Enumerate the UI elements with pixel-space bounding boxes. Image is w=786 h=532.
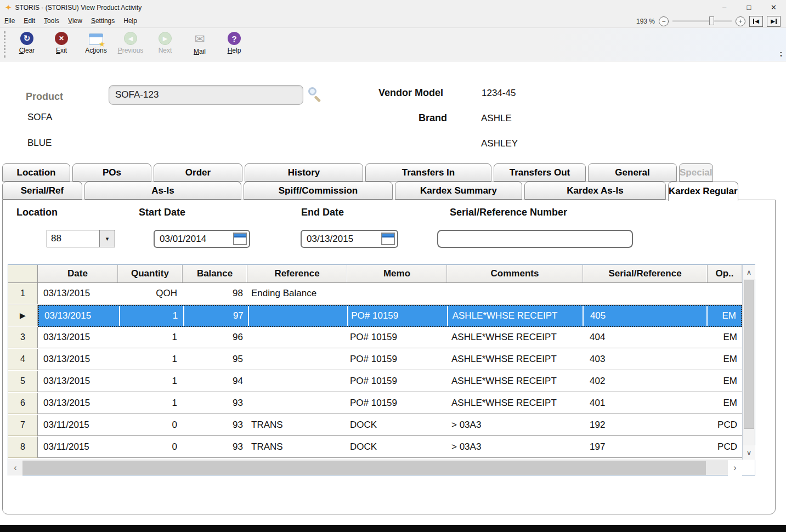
first-record-button[interactable]: ◀ bbox=[749, 16, 763, 27]
row-header-cell[interactable]: 6 bbox=[8, 393, 38, 414]
horizontal-scrollbar[interactable]: ‹ › bbox=[8, 460, 742, 475]
calendar-icon[interactable] bbox=[233, 233, 247, 245]
menu-settings[interactable]: Settings bbox=[87, 15, 119, 27]
table-row[interactable]: 03/13/2015 1 97 PO# 10159 ASHLE*WHSE REC… bbox=[38, 305, 742, 327]
tab-transfers-out[interactable]: Transfers Out bbox=[494, 163, 586, 182]
tab-order[interactable]: Order bbox=[154, 163, 242, 182]
product-description-1: SOFA bbox=[27, 112, 52, 123]
end-date-value: 03/13/2015 bbox=[307, 234, 381, 245]
toolbar-button-label: Clear bbox=[19, 47, 35, 54]
tab-location[interactable]: Location bbox=[2, 163, 70, 182]
product-input[interactable]: SOFA-123 bbox=[109, 85, 303, 105]
scroll-down-icon[interactable]: ∨ bbox=[743, 445, 755, 460]
cell-memo: DOCK bbox=[347, 415, 447, 435]
location-value: 88 bbox=[47, 230, 99, 247]
table-row[interactable]: 03/13/2015 1 95 PO# 10159 ASHLE*WHSE REC… bbox=[38, 349, 742, 370]
tab-general[interactable]: General bbox=[588, 163, 677, 182]
tab-kardex-summary[interactable]: Kardex Summary bbox=[395, 182, 522, 200]
menu-file[interactable]: File bbox=[0, 15, 19, 27]
zoom-slider[interactable] bbox=[672, 20, 732, 22]
cell-date: 03/13/2015 bbox=[38, 327, 118, 348]
tab-kardex-as-is[interactable]: Kardex As-Is bbox=[524, 182, 666, 200]
last-record-button[interactable]: ▶ bbox=[767, 16, 781, 27]
vendor-model-label: Vendor Model bbox=[357, 87, 443, 99]
toolbar-overflow-icon[interactable]: ▾ bbox=[780, 52, 782, 58]
vertical-scroll-thumb[interactable] bbox=[744, 280, 754, 429]
tab-as-is[interactable]: As-Is bbox=[84, 182, 241, 200]
cell-quantity: 1 bbox=[119, 306, 184, 326]
mail-button[interactable]: ✉ Mail bbox=[184, 32, 216, 55]
toolbar-button-label: Exit bbox=[56, 47, 67, 54]
chevron-down-icon[interactable]: ▾ bbox=[99, 230, 115, 247]
tab-kardex-regular[interactable]: Kardex Regular bbox=[668, 182, 738, 201]
table-row[interactable]: 03/11/2015 0 93 TRANS DOCK > 03A3 197 PC… bbox=[38, 437, 742, 458]
row-header-cell[interactable]: 7 bbox=[8, 415, 38, 436]
row-header-cell[interactable]: 5 bbox=[8, 371, 38, 392]
end-date-field[interactable]: 03/13/2015 bbox=[301, 230, 398, 248]
product-label: Product bbox=[26, 87, 92, 106]
cell-balance: 93 bbox=[183, 437, 247, 457]
right-triangle-icon: ▶ bbox=[771, 18, 775, 24]
zoom-slider-handle[interactable] bbox=[709, 16, 714, 25]
menu-help[interactable]: Help bbox=[119, 15, 142, 27]
horizontal-scroll-thumb[interactable] bbox=[22, 461, 706, 475]
help-button[interactable]: ? Help bbox=[218, 32, 250, 55]
clear-button[interactable]: ↻ Clear bbox=[11, 32, 43, 55]
table-row[interactable]: 03/11/2015 0 93 TRANS DOCK > 03A3 192 PC… bbox=[38, 415, 742, 436]
menu-tools[interactable]: Tools bbox=[39, 15, 64, 27]
actions-icon bbox=[89, 33, 103, 45]
tab-label: Special bbox=[680, 167, 713, 178]
menu-view[interactable]: View bbox=[64, 15, 87, 27]
table-row[interactable]: 03/13/2015 QOH 98 Ending Balance bbox=[38, 283, 742, 304]
row-header-column: 1 ▶ 3 4 5 6 7 8 bbox=[8, 283, 38, 459]
zoom-in-icon[interactable]: + bbox=[736, 16, 745, 26]
zoom-out-icon[interactable]: − bbox=[659, 16, 669, 26]
tab-label: History bbox=[288, 167, 320, 178]
serial-reference-input[interactable] bbox=[437, 230, 633, 248]
row-header-cell[interactable]: 8 bbox=[8, 437, 38, 458]
actions-button[interactable]: Actions bbox=[80, 32, 112, 55]
cell-op: EM bbox=[708, 349, 742, 370]
table-row[interactable]: 03/13/2015 1 94 PO# 10159 ASHLE*WHSE REC… bbox=[38, 371, 742, 392]
maximize-icon[interactable]: □ bbox=[737, 0, 761, 15]
tab-pos[interactable]: POs bbox=[72, 163, 151, 182]
calendar-icon[interactable] bbox=[381, 233, 395, 245]
tab-history[interactable]: History bbox=[245, 163, 363, 182]
tab-special[interactable]: Special bbox=[679, 163, 713, 182]
cell-comments bbox=[447, 283, 583, 304]
toolbar-grip[interactable] bbox=[4, 31, 5, 58]
row-header-cell[interactable]: ▶ bbox=[8, 305, 38, 326]
previous-button[interactable]: ◀ Previous bbox=[115, 32, 146, 55]
minimize-icon[interactable]: – bbox=[712, 0, 737, 15]
search-icon[interactable] bbox=[307, 87, 325, 104]
scroll-up-icon[interactable]: ∧ bbox=[743, 265, 755, 279]
start-date-field[interactable]: 03/01/2014 bbox=[154, 230, 250, 248]
table-row[interactable]: 03/13/2015 1 93 PO# 10159 ASHLE*WHSE REC… bbox=[38, 393, 742, 414]
scroll-right-icon[interactable]: › bbox=[728, 460, 742, 476]
tab-spiff-commission[interactable]: Spiff/Commission bbox=[244, 182, 393, 200]
location-dropdown[interactable]: 88 ▾ bbox=[47, 230, 115, 247]
exit-button[interactable]: ✕ Exit bbox=[46, 32, 77, 55]
zoom-level: 193 % bbox=[636, 18, 655, 25]
table-row[interactable]: 03/13/2015 1 96 PO# 10159 ASHLE*WHSE REC… bbox=[38, 327, 742, 348]
tab-transfers-in[interactable]: Transfers In bbox=[365, 163, 491, 182]
end-date-label: End Date bbox=[301, 207, 344, 218]
column-header-quantity: Quantity bbox=[118, 265, 183, 282]
next-button[interactable]: ▶ Next bbox=[149, 32, 181, 55]
row-header-cell[interactable]: 3 bbox=[8, 327, 38, 348]
cell-serial-reference: 404 bbox=[583, 327, 708, 348]
row-header-cell[interactable]: 1 bbox=[8, 283, 38, 304]
menu-edit[interactable]: Edit bbox=[19, 15, 39, 27]
tab-label: Transfers In bbox=[402, 167, 455, 178]
close-icon[interactable]: ✕ bbox=[761, 0, 786, 15]
zoom-controls: 193 % − + ◀ ▶ bbox=[636, 16, 786, 27]
tab-label: Order bbox=[185, 167, 211, 178]
column-header-date: Date bbox=[38, 265, 118, 282]
cell-quantity: 1 bbox=[118, 327, 183, 348]
tab-serial-ref[interactable]: Serial/Ref bbox=[2, 182, 82, 200]
scroll-left-icon[interactable]: ‹ bbox=[8, 460, 22, 476]
vertical-scrollbar[interactable]: ∧ ∨ bbox=[742, 265, 755, 460]
row-header-cell[interactable]: 4 bbox=[8, 349, 38, 370]
cell-serial-reference: 192 bbox=[583, 415, 708, 435]
cell-serial-reference: 403 bbox=[583, 349, 708, 370]
